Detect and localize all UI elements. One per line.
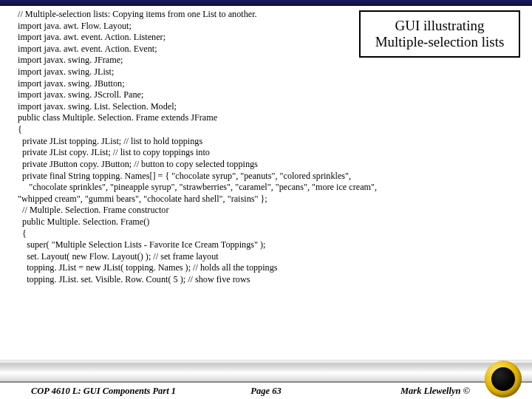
footer-page: Page 63 — [250, 386, 281, 397]
code-line: private JList copy. JList; // list to co… — [18, 147, 520, 159]
code-line: private JButton copy. JButton; // button… — [18, 159, 520, 171]
code-line: private final String topping. Names[] = … — [18, 171, 520, 183]
code-line: topping. JList = new JList( topping. Nam… — [18, 262, 520, 274]
footer-course: COP 4610 L: GUI Components Part 1 — [31, 386, 176, 397]
code-line: topping. JList. set. Visible. Row. Count… — [18, 274, 520, 286]
code-line: import javax. swing. JList; — [18, 66, 520, 78]
footer: COP 4610 L: GUI Components Part 1 Page 6… — [0, 361, 532, 399]
code-line: import javax. swing. JButton; — [18, 78, 520, 90]
code-line: { — [18, 228, 520, 240]
code-line: public Multiple. Selection. Frame() — [18, 216, 520, 228]
code-line: // Multiple. Selection. Frame constructo… — [18, 205, 520, 216]
code-line: import javax. swing. JFrame; — [18, 55, 520, 66]
code-line: "whipped cream", "gummi bears", "chocola… — [18, 194, 520, 205]
footer-author: Mark Llewellyn © — [400, 386, 470, 397]
footer-gradient — [0, 360, 532, 383]
code-line: import javax. swing. List. Selection. Mo… — [18, 101, 520, 113]
code-line: { — [18, 124, 520, 136]
code-line: import java. awt. event. Action. Event; — [18, 44, 520, 55]
code-line: private JList topping. JList; // list to… — [18, 136, 520, 148]
code-line: set. Layout( new Flow. Layout() ); // se… — [18, 251, 520, 263]
ucf-logo-icon — [485, 361, 522, 398]
code-line: import java. awt. event. Action. Listene… — [18, 32, 520, 44]
footer-text-row: COP 4610 L: GUI Components Part 1 Page 6… — [0, 383, 532, 399]
code-line: import javax. swing. JScroll. Pane; — [18, 89, 520, 101]
code-line: super( "Multiple Selection Lists - Favor… — [18, 239, 520, 251]
code-line: // Multiple-selection lists: Copying ite… — [18, 9, 520, 21]
top-accent-bar — [0, 0, 532, 6]
slide: GUI illustrating Multiple-selection list… — [0, 0, 532, 399]
code-line: public class Multiple. Selection. Frame … — [18, 112, 520, 124]
code-line: import java. awt. Flow. Layout; — [18, 21, 520, 33]
code-content: // Multiple-selection lists: Copying ite… — [18, 9, 520, 358]
code-line: "chocolate sprinkles", "pineapple syrup"… — [18, 182, 520, 194]
